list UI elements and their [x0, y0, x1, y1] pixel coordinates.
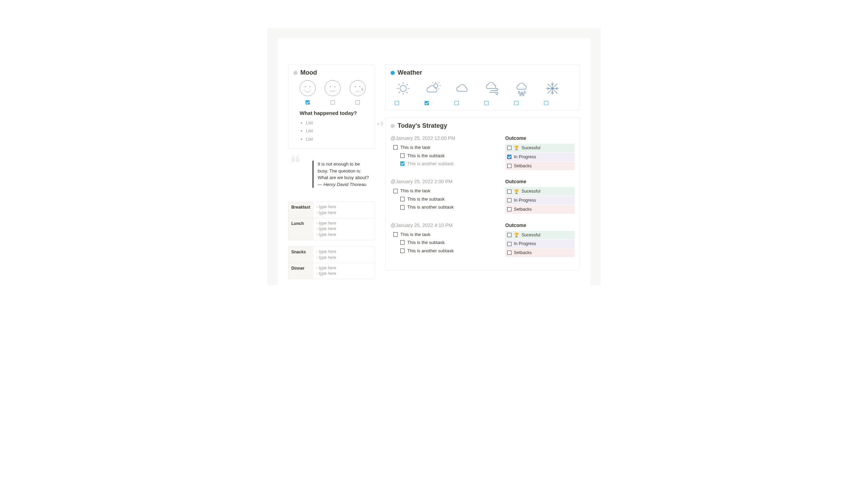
sad-face-icon — [350, 80, 366, 96]
task-checkbox[interactable] — [400, 153, 404, 158]
meal-row-dinner: Dinner- type here- type here — [289, 263, 375, 279]
task-text: This is the subtask — [407, 196, 445, 203]
block-handle[interactable]: + ⠿ — [377, 120, 383, 128]
drag-handle-icon[interactable]: ⠿ — [380, 120, 383, 128]
weather-card: Weather — [385, 64, 580, 110]
task-checkbox[interactable] — [393, 232, 398, 237]
strategy-slot: @January 25, 2022 12:00 PMThis is the ta… — [391, 135, 575, 170]
outcome-checkbox[interactable] — [507, 233, 511, 237]
meal-content[interactable]: - type here- type here- type here — [314, 218, 375, 240]
mood-checkbox[interactable] — [331, 100, 335, 104]
strategy-slot: @January 25, 2022 4:10 PMThis is the tas… — [391, 222, 575, 258]
outcome-checkbox[interactable] — [507, 242, 511, 246]
task-text: This is the task — [400, 187, 431, 194]
weather-checkbox[interactable] — [484, 101, 489, 105]
outcome-setbacks[interactable]: Setbacks — [505, 162, 575, 170]
outcome-setbacks[interactable]: Setbacks — [505, 249, 575, 257]
slot-timestamp[interactable]: @January 25, 2022 4:10 PM — [391, 222, 491, 229]
meals-table-1[interactable]: Breakfast- type here- type hereLunch- ty… — [288, 202, 375, 240]
mood-bullet-item[interactable]: List — [306, 136, 370, 143]
subtask-item[interactable]: This is another subtask — [391, 247, 491, 254]
weather-dot-icon — [391, 71, 395, 75]
outcome-in_progress[interactable]: In Progress — [505, 239, 575, 248]
weather-option-wind[interactable] — [484, 81, 501, 105]
meals-table-2[interactable]: Snacks- type here- type hereDinner- type… — [288, 246, 375, 279]
outcome-checkbox[interactable] — [507, 155, 511, 159]
meal-label: Lunch — [289, 218, 314, 240]
outcome-label: Sucessful — [521, 145, 540, 151]
outcome-checkbox[interactable] — [507, 198, 511, 202]
task-checkbox[interactable] — [393, 189, 398, 193]
add-icon[interactable]: + — [377, 120, 379, 128]
mood-bullet-item[interactable]: List — [306, 127, 370, 134]
outcome-checkbox[interactable] — [507, 207, 511, 211]
outcome-successful[interactable]: 🏆Sucessful — [505, 144, 575, 152]
wind-icon — [484, 81, 501, 96]
task-checkbox[interactable] — [400, 197, 404, 201]
strategy-slot: @January 25, 2022 2:00 PMThis is the tas… — [391, 178, 575, 214]
task-checkbox[interactable] — [393, 145, 398, 150]
mood-bullet-item[interactable]: List — [306, 119, 370, 126]
task-item[interactable]: This is the task — [391, 187, 491, 194]
subtask-item[interactable]: This is the subtask — [391, 152, 491, 159]
weather-checkbox[interactable] — [544, 101, 548, 105]
mood-prompt: What happened today? — [300, 109, 370, 117]
page-canvas: Mood What happened today? ListListList ❝… — [278, 38, 590, 285]
mood-checkbox[interactable] — [356, 100, 360, 104]
mood-card: Mood What happened today? ListListList — [288, 64, 375, 149]
outcome-heading: Outcome — [505, 135, 575, 142]
trophy-icon: 🏆 — [514, 188, 519, 195]
outcome-in_progress[interactable]: In Progress — [505, 196, 575, 205]
task-text: This is the task — [400, 231, 431, 238]
outcome-checkbox[interactable] — [507, 146, 511, 150]
weather-checkbox[interactable] — [514, 101, 518, 105]
subtask-item[interactable]: This is the subtask — [391, 239, 491, 246]
weather-option-sun[interactable] — [395, 81, 411, 105]
outcome-in_progress[interactable]: In Progress — [505, 153, 575, 161]
subtask-item[interactable]: This is the subtask — [391, 196, 491, 203]
mood-bullet-list[interactable]: ListListList — [306, 119, 370, 143]
task-checkbox[interactable] — [400, 205, 404, 210]
task-text: This is another subtask — [407, 204, 454, 211]
task-item[interactable]: This is the task — [391, 144, 491, 151]
mood-option-sad[interactable] — [350, 80, 366, 104]
task-checkbox[interactable] — [400, 161, 404, 166]
weather-option-snow[interactable] — [544, 81, 561, 105]
meal-content[interactable]: - type here- type here — [314, 247, 375, 263]
weather-option-cloud[interactable] — [454, 81, 471, 105]
slot-timestamp[interactable]: @January 25, 2022 12:00 PM — [391, 135, 491, 142]
task-checkbox[interactable] — [400, 240, 404, 245]
slot-timestamp[interactable]: @January 25, 2022 2:00 PM — [391, 178, 491, 185]
weather-checkbox[interactable] — [395, 101, 399, 105]
quote-text: It is not enough to be busy. The questio… — [312, 161, 372, 188]
meal-content[interactable]: - type here- type here — [314, 202, 375, 218]
weather-option-rain[interactable] — [514, 81, 531, 105]
task-item[interactable]: This is the task — [391, 231, 491, 238]
task-text: This is the subtask — [407, 239, 445, 246]
outcome-checkbox[interactable] — [507, 164, 511, 168]
task-text: This is the task — [400, 144, 431, 151]
outcome-successful[interactable]: 🏆Sucessful — [505, 187, 575, 196]
mood-option-smile[interactable] — [300, 80, 316, 104]
partly-cloudy-icon — [425, 81, 441, 96]
task-checkbox[interactable] — [400, 249, 404, 253]
weather-option-partly-cloudy[interactable] — [425, 81, 441, 105]
outcome-successful[interactable]: 🏆Sucessful — [505, 231, 575, 239]
weather-checkbox[interactable] — [454, 101, 459, 105]
meal-label: Snacks — [289, 247, 314, 263]
right-column: Weather + ⠿ Today's Strategy @January 25… — [385, 64, 580, 285]
strategy-title: Today's Strategy — [398, 121, 447, 131]
outcome-checkbox[interactable] — [507, 190, 511, 194]
subtask-item[interactable]: This is another subtask — [391, 160, 491, 167]
outcome-setbacks[interactable]: Setbacks — [505, 205, 575, 214]
outcome-checkbox[interactable] — [507, 251, 511, 255]
weather-checkbox[interactable] — [425, 101, 429, 105]
outcome-label: In Progress — [514, 241, 536, 247]
mood-option-neutral[interactable] — [325, 80, 341, 104]
strategy-dot-icon — [391, 124, 395, 128]
subtask-item[interactable]: This is another subtask — [391, 204, 491, 211]
meal-content[interactable]: - type here- type here — [314, 263, 375, 279]
trophy-icon: 🏆 — [514, 145, 519, 151]
mood-checkbox[interactable] — [306, 100, 310, 104]
meal-label: Dinner — [289, 263, 314, 279]
